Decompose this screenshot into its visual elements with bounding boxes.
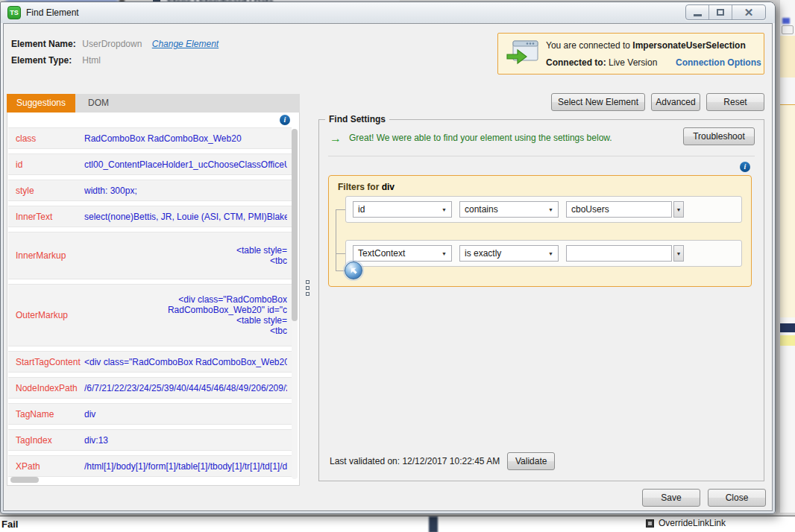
filter1-operator-dropdown[interactable]: contains▼	[459, 201, 559, 218]
info-icon[interactable]: i	[280, 115, 290, 125]
background-fragment	[780, 335, 795, 346]
filters-box: Filters for div id▼ contains▼ cboUsers	[328, 175, 752, 287]
suggestion-row-innertext[interactable]: InnerText select(none)Bettis, JR, Louie …	[8, 206, 292, 227]
element-name-row: Element Name: UserDropdown Change Elemen…	[11, 39, 219, 49]
close-button[interactable]: ✕	[732, 5, 765, 19]
element-type-value: Html	[82, 55, 101, 66]
connection-window-icon	[506, 39, 540, 72]
minimize-icon	[694, 14, 702, 16]
left-panel-tabstrip: Suggestions DOM	[7, 94, 300, 113]
filter-connector	[336, 209, 345, 210]
filter1-value-dropdown-button[interactable]: ▼	[673, 201, 684, 218]
horizontal-scrollbar-thumb[interactable]	[10, 477, 39, 483]
filter1-field-dropdown[interactable]: id▼	[353, 201, 452, 218]
filter-connector	[336, 253, 345, 254]
element-name-value: UserDropdown	[82, 39, 142, 49]
background-window-edge	[429, 516, 438, 532]
filters-tag-name: div	[382, 182, 395, 192]
background-app-bottom: Fail OverrideLinkLink	[0, 516, 795, 532]
chevron-down-icon: ▼	[442, 207, 447, 212]
filter2-value-dropdown-button[interactable]: ▼	[673, 245, 684, 262]
minimize-button[interactable]	[686, 5, 709, 19]
suggestion-row-tagindex[interactable]: TagIndex div:13	[8, 429, 292, 451]
panel-splitter[interactable]	[301, 94, 316, 486]
find-element-dialog: TS Find Element ✕ Element Name: UserDrop…	[0, 1, 776, 514]
restore-button[interactable]	[709, 5, 732, 19]
filter1-value-combobox[interactable]: cboUsers	[566, 201, 672, 218]
connection-options-link[interactable]: Connection Options	[676, 57, 761, 68]
suggestion-row-tagname[interactable]: TagName div	[8, 403, 292, 425]
connection-version: Live Version	[606, 57, 658, 68]
suggestion-row-outermarkup[interactable]: OuterMarkup <div class="RadComboBox RadC…	[8, 284, 292, 346]
tab-dom[interactable]: DOM	[75, 94, 122, 113]
background-fragment	[780, 104, 795, 317]
last-validated-text: Last validated on: 12/12/2017 10:22:45 A…	[330, 456, 500, 466]
chevron-down-icon: ▼	[442, 251, 447, 256]
add-filter-button[interactable]	[345, 262, 362, 279]
reset-button[interactable]: Reset	[706, 93, 764, 111]
vertical-scrollbar-thumb[interactable]	[292, 129, 298, 321]
background-step-label: OverrideLinkLink	[659, 518, 726, 528]
divider	[328, 156, 755, 156]
advanced-button[interactable]: Advanced	[651, 93, 700, 111]
suggestion-row-starttagcontent[interactable]: StartTagContent <div class="RadComboBox …	[8, 351, 292, 373]
background-fragment	[782, 18, 790, 24]
chevron-down-icon: ▼	[548, 251, 553, 256]
chevron-down-icon: ▼	[548, 207, 553, 212]
footer-buttons: Save Close	[642, 489, 766, 507]
connection-target: ImpersonateUserSelection	[632, 40, 745, 51]
suggestion-row-nodeindexpath[interactable]: NodeIndexPath /6/7/21/22/23/24/25/39/40/…	[8, 377, 292, 399]
background-fragment	[780, 323, 795, 332]
filter2-field-dropdown[interactable]: TextContext▼	[353, 245, 452, 262]
test-studio-icon: TS	[7, 6, 21, 19]
troubleshoot-button[interactable]: Troubleshoot	[683, 127, 755, 145]
close-dialog-button[interactable]: Close	[708, 489, 766, 507]
connection-message: You are connected to ImpersonateUserSele…	[546, 40, 746, 51]
connected-to-row: Connected to: Live Version	[546, 57, 657, 68]
save-button[interactable]: Save	[642, 489, 700, 507]
window-controls: ✕	[685, 4, 766, 20]
restore-icon	[717, 9, 724, 16]
suggestions-rows: class RadComboBox RadComboBox_Web20 id c…	[8, 127, 292, 481]
success-arrow-icon: →	[330, 132, 342, 145]
find-status-message: →Great! We were able to find your elemen…	[330, 132, 676, 145]
background-fragment	[782, 25, 794, 34]
splitter-handle-icon	[306, 280, 309, 298]
background-fragment	[780, 36, 795, 77]
validate-row: Last validated on: 12/12/2017 10:22:45 A…	[330, 452, 555, 470]
find-settings-title: Find Settings	[325, 114, 389, 124]
element-type-label: Element Type:	[11, 55, 80, 66]
suggestion-row-xpath[interactable]: XPath /html[1]/body[1]/form[1]/table[1]/…	[8, 455, 292, 477]
suggestion-row-style[interactable]: style width: 300px;	[8, 180, 292, 201]
filter2-value-combobox[interactable]	[566, 245, 672, 262]
step-icon	[646, 519, 654, 528]
validate-button[interactable]: Validate	[507, 452, 555, 470]
suggestion-row-id[interactable]: id ctl00_ContentPlaceHolder1_ucChooseCla…	[8, 153, 292, 175]
element-name-label: Element Name:	[11, 39, 80, 49]
element-type-row: Element Type: Html	[11, 55, 101, 66]
find-settings-group: Find Settings →Great! We were able to fi…	[318, 119, 764, 481]
title-bar[interactable]: TS Find Element ✕	[1, 2, 775, 23]
change-element-link[interactable]: Change Element	[152, 39, 219, 49]
last-validated-timestamp: 12/12/2017 10:22:45 AM	[402, 456, 500, 466]
dialog-body: Element Name: UserDropdown Change Elemen…	[3, 23, 773, 511]
filter2-operator-dropdown[interactable]: is exactly▼	[459, 245, 559, 262]
tab-suggestions[interactable]: Suggestions	[7, 94, 75, 113]
background-app-right	[780, 0, 795, 532]
filter-row-1: id▼ contains▼ cboUsers ▼	[345, 196, 742, 223]
info-icon[interactable]: i	[740, 162, 750, 172]
suggestion-row-class[interactable]: class RadComboBox RadComboBox_Web20	[8, 127, 292, 149]
window-title: Find Element	[26, 7, 79, 18]
fail-status-label: Fail	[1, 519, 18, 530]
add-filter-arrow-icon	[349, 266, 359, 276]
top-button-row: Select New Element Advanced Reset	[551, 93, 764, 111]
close-icon: ✕	[744, 7, 754, 18]
filter-connector	[336, 209, 336, 271]
connection-banner: You are connected to ImpersonateUserSele…	[497, 33, 764, 75]
filter-row-2: TextContext▼ is exactly▼ ▼	[345, 240, 742, 267]
vertical-scrollbar[interactable]	[292, 129, 298, 479]
element-properties-panel: Suggestions DOM i class RadComboBox RadC…	[7, 94, 300, 486]
suggestion-row-innermarkup[interactable]: InnerMarkup <table style= <tbc	[8, 232, 292, 279]
suggestions-panel-body: i class RadComboBox RadComboBox_Web20 id…	[7, 113, 300, 486]
select-new-element-button[interactable]: Select New Element	[551, 93, 645, 111]
